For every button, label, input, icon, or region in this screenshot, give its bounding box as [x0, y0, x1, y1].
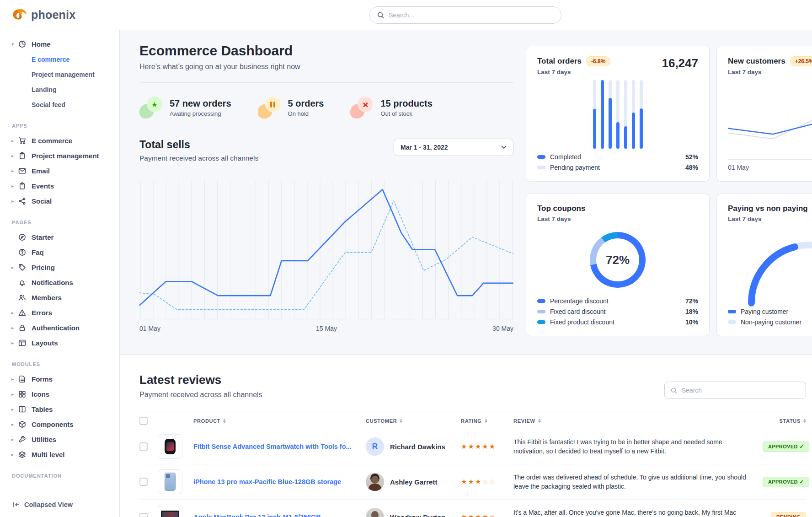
sidebar-subitem-landing[interactable]: Landing — [0, 82, 119, 97]
sidebar-item-email[interactable]: ▸Email — [0, 163, 119, 178]
column-header-review[interactable]: REVIEW — [513, 418, 763, 424]
legend-label: Completed — [550, 153, 581, 161]
sidebar-item-pricing[interactable]: ▸Pricing — [0, 260, 119, 275]
column-header-product[interactable]: PRODUCT — [193, 418, 366, 424]
reviews-search-input[interactable] — [682, 387, 800, 394]
sidebar-item-notifications[interactable]: Notifications — [0, 275, 119, 290]
column-header-label: REVIEW — [513, 418, 535, 424]
sidebar-item-tables[interactable]: ▸Tables — [0, 402, 119, 417]
reviews-search[interactable] — [664, 382, 806, 399]
status-cell: APPROVED ✓ — [763, 477, 809, 487]
star-icon: ★ — [151, 100, 158, 109]
date-range-select[interactable]: Mar 1 - 31, 2022 — [394, 139, 513, 156]
box-icon — [18, 420, 27, 429]
status-badge: APPROVED ✓ — [763, 477, 809, 487]
status-badge: APPROVED ✓ — [763, 442, 809, 452]
mail-icon — [18, 167, 27, 175]
sidebar-item-label: Components — [32, 420, 74, 428]
star-filled-icon: ★ — [482, 513, 489, 517]
sort-down-arrow — [400, 421, 402, 423]
table-row: Apple MacBook Pro 13 inch-M1-8/256GBWood… — [139, 500, 806, 517]
legend-value: 72% — [685, 297, 698, 305]
sidebar-item-social[interactable]: ▸Social — [0, 194, 119, 209]
sidebar-item-components[interactable]: ▸Components — [0, 417, 119, 432]
file-text-icon — [18, 375, 27, 383]
grid-icon — [18, 390, 27, 399]
reviews-subtitle: Payment received across all channels — [139, 391, 262, 399]
sidebar-item-home[interactable]: ▾Home — [0, 37, 119, 52]
order-bar — [616, 80, 620, 149]
sidebar-item-label: Authentication — [32, 324, 80, 332]
sidebar-section-label: MODULES — [12, 361, 119, 367]
sidebar-item-layouts[interactable]: ▸Layouts — [0, 335, 119, 350]
divider — [728, 159, 812, 160]
share-icon — [18, 197, 27, 205]
sidebar-section-label: APPS — [12, 123, 119, 129]
product-cell: iPhone 13 pro max-Pacific Blue-128GB sto… — [193, 478, 366, 486]
top-coupons-legend: Percentage discount72%Fixed card discoun… — [537, 297, 698, 326]
legend-swatch — [537, 310, 545, 313]
sidebar-subitem-e-commerce[interactable]: E commerce — [0, 52, 119, 67]
product-link[interactable]: iPhone 13 pro max-Pacific Blue-128GB sto… — [193, 478, 341, 485]
column-header-customer[interactable]: CUSTOMER — [366, 418, 461, 424]
row-checkbox-cell — [139, 442, 158, 451]
sidebar-item-e-commerce[interactable]: ▸E commerce — [0, 133, 119, 148]
column-header-status[interactable]: STATUS — [763, 418, 806, 424]
row-checkbox[interactable] — [139, 442, 148, 451]
sidebar-item-forms[interactable]: ▸Forms — [0, 372, 119, 387]
product-cell: Fitbit Sense Advanced Smartwatch with To… — [193, 442, 366, 451]
paying-title: Paying vs non paying — [728, 204, 808, 213]
select-all-checkbox[interactable] — [139, 417, 148, 425]
total-orders-title: Total orders — [537, 57, 582, 66]
table-header-row: PRODUCTCUSTOMERRATINGREVIEWSTATUS — [139, 413, 806, 429]
sidebar-item-label: Faq — [32, 248, 44, 256]
order-bar-fill — [601, 80, 604, 149]
sidebar-item-starter[interactable]: Starter — [0, 230, 119, 245]
sidebar-item-members[interactable]: Members — [0, 290, 119, 305]
order-bar — [601, 80, 604, 149]
stat-circle — [265, 97, 281, 112]
stat-awating-processing: ★57 new ordersAwating processing — [139, 97, 231, 118]
column-header-rating[interactable]: RATING — [461, 418, 513, 424]
sidebar-item-multi-level[interactable]: ▸Multi level — [0, 447, 119, 462]
pause-icon — [270, 102, 275, 108]
legend-item-completed: Completed52% — [537, 153, 698, 161]
sidebar-subitem-label: Project management — [32, 71, 95, 78]
brand-logo[interactable]: phoenix — [12, 8, 75, 22]
new-customers-title: New customers — [728, 57, 785, 66]
sidebar-item-utilities[interactable]: ▸Utilities — [0, 432, 119, 447]
row-checkbox[interactable] — [139, 513, 148, 517]
sidebar-item-icons[interactable]: ▸Icons — [0, 387, 119, 402]
sort-icon — [223, 419, 226, 423]
caret-icon: ▸ — [11, 265, 18, 270]
row-checkbox-cell — [139, 478, 158, 486]
product-image-cell — [158, 434, 193, 459]
stat-text: 15 productsOut of stock — [380, 98, 432, 117]
product-cell: Apple MacBook Pro 13 inch-M1-8/256GB — [193, 513, 366, 517]
sidebar-item-label: Tables — [32, 405, 53, 413]
sidebar-item-authentication[interactable]: ▸Authentication — [0, 320, 119, 335]
global-search-input[interactable] — [389, 11, 554, 19]
product-link[interactable]: Apple MacBook Pro 13 inch-M1-8/256GB — [193, 513, 321, 517]
column-header-label: STATUS — [779, 418, 801, 424]
sidebar-item-project-management[interactable]: ▸Project management — [0, 148, 119, 163]
sidebar-item-events[interactable]: ▸Events — [0, 178, 119, 194]
global-search[interactable] — [369, 6, 561, 24]
sidebar-item-faq[interactable]: Faq — [0, 245, 119, 260]
sidebar-item-label: Home — [32, 40, 51, 48]
order-bar — [593, 80, 596, 149]
avatar-body-shape — [369, 484, 381, 491]
row-checkbox[interactable] — [139, 478, 148, 486]
sidebar-item-label: Icons — [32, 390, 49, 398]
paying-gauge-chart — [728, 222, 812, 308]
product-link[interactable]: Fitbit Sense Advanced Smartwatch with To… — [193, 443, 352, 450]
layout-icon — [18, 339, 27, 347]
table-body: Fitbit Sense Advanced Smartwatch with To… — [139, 429, 806, 517]
sidebar-subitem-social-feed[interactable]: Social feed — [0, 97, 119, 112]
collapse-sidebar-button[interactable]: Collapsed View — [0, 492, 119, 517]
status-cell: APPROVED ✓ — [763, 442, 809, 452]
sidebar-subitem-project-management[interactable]: Project management — [0, 67, 119, 82]
sidebar-item-errors[interactable]: ▸Errors — [0, 305, 119, 320]
status-badge: PENDING — [771, 512, 806, 517]
column-header-label: PRODUCT — [193, 418, 220, 424]
